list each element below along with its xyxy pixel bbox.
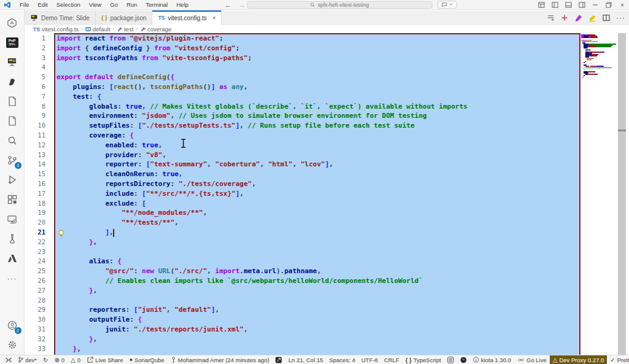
minimap[interactable] [581,34,617,78]
minimize-button[interactable] [588,0,602,10]
code-line-19[interactable]: "**/node_modules/**", [57,208,580,218]
code-line-8[interactable]: globals: true, // Makes Vitest globals (… [57,102,580,112]
code-line-33[interactable]: }, [57,344,580,354]
activity-item-pages-2[interactable] [2,111,22,131]
toggle-secondary-sidebar-icon[interactable] [575,0,588,10]
status-encoding[interactable]: UTF-8 [358,355,381,364]
code-line-15[interactable]: cleanOnRerun: true, [57,169,580,179]
code-line-6[interactable]: plugins: [react(), tsconfigPaths()] as a… [57,82,580,92]
code-line-26[interactable]: // Enables clean imports like `@src/webp… [57,276,580,286]
code-line-30[interactable]: outputFile: { [57,315,580,325]
status-errors[interactable]: ⊗0 [51,355,68,364]
status-indentation[interactable]: Spaces: 4 [326,355,358,364]
restore-button[interactable] [602,0,615,10]
code-line-20[interactable]: "**/tests/**", [57,218,580,228]
code-line-22[interactable]: }, [57,238,580,247]
marker-pen-icon[interactable] [574,14,582,22]
code-line-11[interactable]: coverage: { [57,131,580,141]
menu-view[interactable]: View [85,0,106,10]
code-line-21[interactable]: ], [57,228,580,238]
code-line-2[interactable]: import { defineConfig } from "vitest/con… [57,44,580,53]
demo-time-controls-icon[interactable] [547,14,555,21]
menu-help[interactable]: Help [172,0,193,10]
copilot-chat-button[interactable] [437,1,457,9]
activity-item-spfx-toolkit[interactable] [2,13,22,33]
code-line-16[interactable]: reportsDirectory: "./tests/coverage", [57,179,580,189]
code-line-1[interactable]: import react from "@vitejs/plugin-react"… [57,34,580,44]
code-line-7[interactable]: test: { [57,92,580,102]
status-kiota[interactable]: kiota 1.30.0 [470,355,514,364]
status-sync-button[interactable]: ↻ [40,355,51,364]
tab-package-json[interactable]: { }package.json [96,10,152,25]
add-icon[interactable] [561,14,568,21]
activity-item-azure[interactable] [2,249,22,268]
customize-layout-icon[interactable] [534,0,548,10]
activity-item-run-debug[interactable] [2,170,22,190]
status-go-live[interactable]: Go Live [514,355,550,364]
activity-item-source-control[interactable]: 3 [2,150,22,170]
code-content[interactable]: import react from "@vitejs/plugin-react"… [57,34,580,354]
code-line-25[interactable]: "@src/": new URL("./src/", import.meta.u… [57,266,580,276]
lightbulb-icon[interactable] [58,230,64,237]
menu-edit[interactable]: Edit [33,0,52,10]
code-line-10[interactable]: setupFiles: ["./tests/setupTests.ts"], /… [57,121,580,131]
split-editor-icon[interactable] [603,14,610,21]
close-tab-icon[interactable]: × [213,15,216,21]
activity-item-pages-1[interactable] [2,91,22,111]
activity-item-more-views[interactable]: ··· [2,268,22,288]
status-teams-toolkit[interactable] [457,355,470,364]
code-line-12[interactable]: enabled: true, [57,141,580,150]
status-sonarqube[interactable]: ●SonarQube [127,355,168,364]
forward-button[interactable]: → [239,1,246,9]
command-center-search[interactable]: spfx-heft-vitest-testing [247,1,432,9]
status-warnings[interactable]: △0 [68,355,84,364]
close-window-button[interactable]: × [615,0,629,10]
breadcrumb-vitest-config-ts[interactable]: TSvitest.config.ts [33,26,79,33]
code-line-23[interactable] [57,247,580,257]
code-line-4[interactable] [57,63,580,72]
code-line-18[interactable]: exclude: [ [57,199,580,209]
code-line-32[interactable]: }, [57,335,580,344]
toggle-sidebar-icon[interactable] [548,0,561,10]
status-extension-status[interactable] [272,355,285,364]
activity-item-extensions[interactable] [2,190,22,209]
status-m365-agents[interactable] [444,355,457,364]
more-actions-icon[interactable]: ··· [616,14,625,22]
breadcrumb-default[interactable]: default [85,26,111,33]
code-line-13[interactable]: provider: "v8", [57,150,580,160]
activity-item-pnp-spfx[interactable]: PnPSPFx [2,33,22,52]
breadcrumb-coverage[interactable]: coverage [140,26,171,33]
tab-demo-time-slide[interactable]: Demo Time: Slide [25,10,96,25]
menu-go[interactable]: Go [106,0,122,10]
code-editor[interactable]: 1234567891011121314151617181920212223242… [25,33,629,355]
status-live-share[interactable]: Live Share [84,355,126,364]
activity-item-settings[interactable] [2,335,22,355]
status-dev-proxy[interactable]: △Dev Proxy 0.27.0 [550,355,608,364]
status-prettier[interactable]: ✓Prettier [607,355,629,364]
activity-item-search[interactable] [2,131,22,150]
code-line-29[interactable]: reporters: ["junit", "default"], [57,305,580,315]
status-cursor-position[interactable]: Ln 21, Col 15 [285,355,326,364]
activity-item-remote-explorer[interactable] [2,209,22,229]
vertical-scrollbar[interactable] [618,33,626,355]
menu-file[interactable]: File [15,0,33,10]
code-line-17[interactable]: include: ["**/src/**/*.{ts,tsx}"], [57,189,580,199]
status-eol[interactable]: CRLF [381,355,402,364]
toggle-panel-icon[interactable] [561,0,575,10]
code-line-3[interactable]: import tsconfigPaths from "vite-tsconfig… [57,53,580,63]
code-line-9[interactable]: environment: "jsdom", // Uses jsdom to s… [57,111,580,121]
code-line-28[interactable] [57,296,580,306]
menu-terminal[interactable]: Terminal [141,0,172,10]
code-line-14[interactable]: reporter: ["text-summary", "cobertura", … [57,160,580,169]
status-git-branch[interactable]: dev* [15,355,40,364]
status-language-mode[interactable]: { }TypeScript [402,355,444,364]
breadcrumb-test[interactable]: test [117,26,133,33]
status-remote-indicator[interactable] [2,355,15,364]
highlighter-icon[interactable] [588,14,596,22]
status-git-blame[interactable]: Mohammad Amer (24 minutes ago) [168,355,273,364]
tab-vitest-config-ts[interactable]: TSvitest.config.ts× [152,10,222,25]
code-line-5[interactable]: export default defineConfig({ [57,72,580,82]
menu-selection[interactable]: Selection [52,0,85,10]
code-line-31[interactable]: junit: "./tests/reports/junit.xml", [57,325,580,335]
activity-item-accounts[interactable]: 2 [2,316,22,335]
